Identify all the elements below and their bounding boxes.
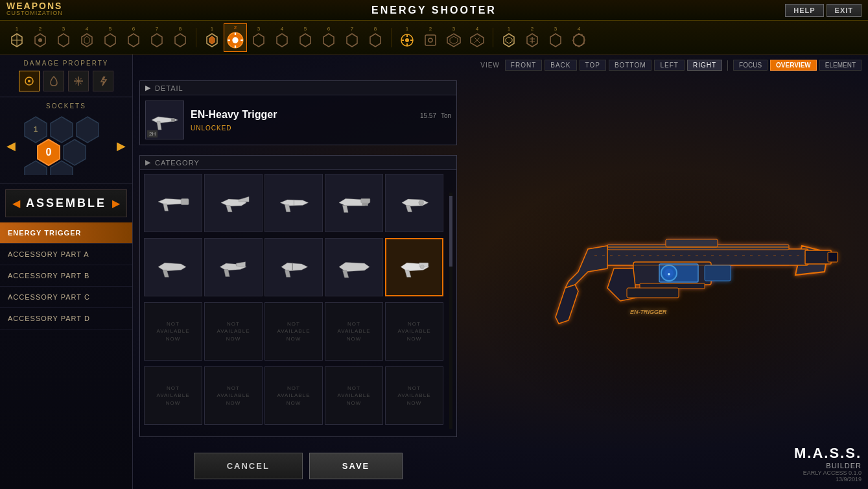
detail-body: 2H EN-Heavy Trigger 15.57 Ton UNLOCKED: [140, 95, 456, 145]
unavailable-text-3-1: NOTAVAILABLENOW: [157, 320, 190, 342]
icon-1-7[interactable]: 7: [145, 23, 169, 52]
icon-4-3[interactable]: 3: [544, 23, 567, 52]
grid-item-4-3[interactable]: NOTAVAILABLENOW: [264, 366, 323, 425]
svg-marker-60: [64, 139, 86, 165]
grid-item-2-5-selected[interactable]: [385, 238, 443, 296]
category-header-icon: ▶: [145, 158, 151, 167]
view-bottom-button[interactable]: BOTTOM: [609, 60, 652, 71]
grid-item-2-1[interactable]: [144, 238, 202, 296]
svg-rect-83: [705, 265, 731, 281]
grid-item-1-1[interactable]: [144, 174, 202, 232]
menu-item-energy-trigger[interactable]: ENERGY TRIGGER: [0, 222, 132, 244]
grid-item-1-5[interactable]: [385, 174, 443, 232]
icon-1-8[interactable]: 8: [169, 23, 192, 52]
svg-marker-39: [504, 34, 514, 47]
detail-panel: ▶ DETAIL 2H EN-Heavy Trigger 15.57 Ton: [139, 80, 457, 145]
part-status: UNLOCKED: [191, 125, 451, 132]
grid-item-2-4[interactable]: [325, 238, 383, 296]
icon-4-2-shape: [524, 32, 540, 48]
menu-item-accessory-d[interactable]: ACCESSORY PART D: [0, 308, 132, 329]
grid-item-3-5[interactable]: NOTAVAILABLENOW: [385, 302, 443, 361]
overview-button[interactable]: OVERVIEW: [770, 60, 817, 71]
icon-1-4[interactable]: 4: [75, 23, 99, 52]
svg-point-49: [28, 80, 30, 82]
grid-item-4-1[interactable]: NOTAVAILABLENOW: [144, 366, 202, 425]
icon-4-1-shape: [501, 32, 517, 48]
dmg-icon-ice[interactable]: [68, 71, 89, 91]
icon-2-2[interactable]: 2: [224, 23, 247, 52]
grid-item-1-3[interactable]: [264, 174, 323, 232]
icon-sep-1: [196, 28, 196, 47]
icon-1-2[interactable]: 2: [29, 23, 52, 52]
dmg-icon-physical[interactable]: [19, 71, 40, 91]
category-grid: NOTAVAILABLENOW NOTAVAILABLENOW NOTAVAIL…: [144, 174, 452, 429]
grid-item-3-3[interactable]: NOTAVAILABLENOW: [264, 302, 323, 361]
watermark: M.A.S.S. BUILDER EARLY ACCESS 0.1.0 13/9…: [794, 445, 862, 483]
icon-2-1[interactable]: 1: [200, 23, 224, 52]
menu-item-accessory-c[interactable]: ACCESSORY PART C: [0, 287, 132, 308]
svg-text:●: ●: [668, 271, 671, 277]
part-weight: 15.57 Ton: [420, 110, 451, 120]
icon-1-1[interactable]: 1: [5, 23, 29, 52]
svg-marker-11: [175, 34, 185, 47]
grid-item-4-2[interactable]: NOTAVAILABLENOW: [204, 366, 263, 425]
icon-2-7-shape: [344, 32, 360, 48]
icon-3-1[interactable]: 1: [395, 23, 419, 52]
grid-item-4-4[interactable]: NOTAVAILABLENOW: [325, 366, 383, 425]
focus-button[interactable]: FOCUS: [733, 60, 768, 71]
view-back-button[interactable]: BACK: [545, 60, 576, 71]
view-left-button[interactable]: LEFT: [654, 60, 684, 71]
icon-1-5[interactable]: 5: [99, 23, 122, 52]
view-right-button[interactable]: RIGHT: [687, 60, 722, 71]
gun-part-svg-4: [336, 190, 372, 216]
save-button[interactable]: SAVE: [309, 453, 403, 479]
damage-property-label: DAMAGE PROPERTY: [5, 60, 127, 67]
menu-item-accessory-b[interactable]: ACCESSORY PART B: [0, 265, 132, 287]
icon-1-1-shape: [9, 32, 25, 48]
grid-item-1-4[interactable]: [325, 174, 383, 232]
view-front-button[interactable]: FRONT: [505, 60, 542, 71]
icon-2-4[interactable]: 4: [270, 23, 294, 52]
dmg-icon-electric[interactable]: [93, 71, 113, 91]
menu-list: ENERGY TRIGGER ACCESSORY PART A ACCESSOR…: [0, 222, 132, 329]
grid-item-3-1[interactable]: NOTAVAILABLENOW: [144, 302, 202, 361]
icon-group-4: 1 2 3 4: [497, 23, 591, 52]
icon-4-4[interactable]: 4: [567, 23, 591, 52]
svg-rect-66: [360, 198, 369, 202]
category-scrollbar[interactable]: [449, 193, 452, 429]
grid-item-2-3[interactable]: [264, 238, 323, 296]
icon-2-3[interactable]: 3: [247, 23, 270, 52]
icon-2-5[interactable]: 5: [294, 23, 317, 52]
svg-marker-6: [82, 34, 92, 47]
icon-4-1[interactable]: 1: [497, 23, 521, 52]
icon-2-7[interactable]: 7: [340, 23, 364, 52]
help-button[interactable]: HELP: [785, 4, 823, 17]
assemble-button[interactable]: ◀ ASSEMBLE ▶: [5, 189, 127, 217]
element-button[interactable]: ELEMENT: [819, 60, 862, 71]
menu-item-accessory-a[interactable]: ACCESSORY PART A: [0, 244, 132, 265]
grid-item-3-4[interactable]: NOTAVAILABLENOW: [325, 302, 383, 361]
dmg-icon-fire[interactable]: [43, 71, 64, 91]
part-icon-svg: [148, 107, 181, 133]
grid-item-4-5[interactable]: NOTAVAILABLENOW: [385, 366, 443, 425]
icon-3-2[interactable]: 2: [419, 23, 442, 52]
grid-item-2-2[interactable]: [204, 238, 263, 296]
icon-3-3[interactable]: 3: [442, 23, 465, 52]
exit-button[interactable]: EXIT: [827, 4, 862, 17]
grid-item-3-2[interactable]: NOTAVAILABLENOW: [204, 302, 263, 361]
svg-marker-22: [300, 34, 311, 47]
svg-marker-8: [105, 34, 115, 47]
icon-2-6[interactable]: 6: [317, 23, 340, 52]
svg-point-27: [405, 38, 409, 42]
view-top-button[interactable]: TOP: [580, 60, 606, 71]
grid-item-1-2[interactable]: [204, 174, 263, 232]
socket-arrow-right[interactable]: ▶: [117, 139, 126, 153]
icon-1-6[interactable]: 6: [122, 23, 145, 52]
cancel-button[interactable]: CANCEL: [194, 453, 303, 479]
icon-3-4[interactable]: 4: [465, 23, 489, 52]
part-name-row: EN-Heavy Trigger 15.57 Ton: [191, 109, 451, 121]
icon-4-2[interactable]: 2: [521, 23, 544, 52]
svg-marker-7: [84, 36, 89, 44]
icon-2-8[interactable]: 8: [364, 23, 387, 52]
icon-1-3[interactable]: 3: [52, 23, 75, 52]
